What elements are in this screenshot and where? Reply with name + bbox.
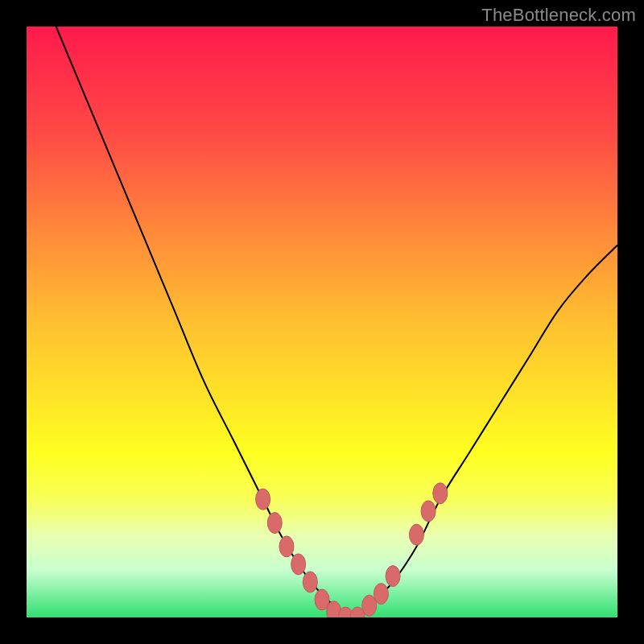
curve-marker: [256, 489, 270, 510]
chart-svg: [27, 27, 617, 617]
curve-marker: [421, 501, 436, 522]
curve-marker: [291, 554, 306, 575]
chart-frame: TheBottleneck.com: [0, 0, 644, 644]
watermark-text: TheBottleneck.com: [481, 5, 636, 26]
bottleneck-curve: [56, 27, 617, 617]
curve-marker: [433, 483, 448, 504]
curve-marker: [386, 566, 400, 587]
curve-marker: [267, 513, 282, 534]
curve-marker: [374, 584, 388, 605]
curve-marker: [409, 524, 423, 545]
chart-plot-area: [27, 27, 617, 617]
curve-marker: [279, 536, 294, 557]
curve-markers: [256, 483, 448, 617]
curve-marker: [303, 572, 317, 592]
